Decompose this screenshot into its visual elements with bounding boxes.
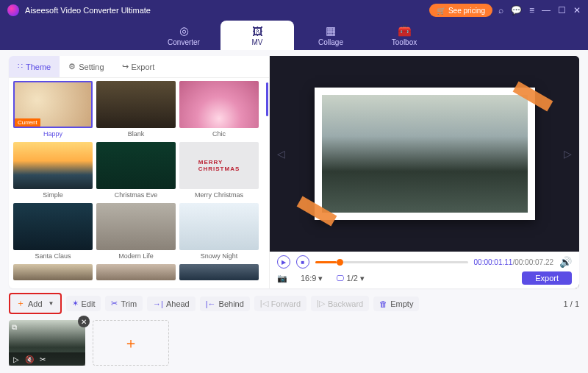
- add-button[interactable]: ＋ Add ▼: [9, 293, 62, 314]
- behind-button[interactable]: |← Behind: [200, 296, 250, 311]
- theme-label: Blank: [96, 128, 176, 140]
- minimize-icon[interactable]: ―: [542, 5, 551, 15]
- theme-item-snowy-night[interactable]: Snowy Night: [179, 203, 259, 262]
- prev-frame-icon[interactable]: ◁: [277, 148, 285, 160]
- converter-icon: ◎: [179, 24, 189, 38]
- theme-item-merry-christmas[interactable]: MERRYCHRISTMAS Merry Christmas: [179, 142, 259, 201]
- volume-icon[interactable]: 🔊: [559, 256, 572, 268]
- behind-icon: |←: [206, 299, 216, 308]
- theme-item-christmas-eve[interactable]: Christmas Eve: [96, 142, 176, 201]
- scale-selector[interactable]: 🖵 1/2 ▾: [336, 274, 364, 283]
- nav-label: Toolbox: [392, 38, 417, 46]
- nav-converter[interactable]: ◎ Converter: [147, 21, 220, 50]
- btn-label: Behind: [219, 299, 244, 308]
- collage-icon: ▦: [326, 24, 336, 38]
- scissors-icon: ✂: [111, 299, 118, 308]
- theme-label: Happy: [13, 128, 93, 140]
- tab-label: Export: [132, 63, 155, 71]
- trim-button[interactable]: ✂ Trim: [105, 296, 143, 311]
- forward-button[interactable]: |◁ Forward: [254, 296, 306, 311]
- app-logo: [7, 4, 19, 16]
- export-icon: ↪: [122, 62, 129, 71]
- chevron-down-icon: ▼: [49, 300, 54, 307]
- btn-label: Edit: [82, 299, 96, 308]
- export-button[interactable]: Export: [522, 271, 572, 285]
- theme-label: Santa Claus: [13, 250, 93, 262]
- tab-label: Theme: [26, 63, 51, 71]
- tab-theme[interactable]: ∷ Theme: [9, 56, 60, 77]
- edit-icon: ✶: [72, 299, 79, 308]
- mv-icon: 🖼: [252, 25, 263, 38]
- menu-icon[interactable]: ≡: [529, 5, 534, 15]
- backward-button[interactable]: |▷ Backward: [311, 296, 369, 311]
- btn-label: Backward: [328, 299, 363, 308]
- btn-label: Empty: [390, 299, 413, 308]
- toolbox-icon: 🧰: [398, 24, 412, 38]
- backward-icon: |▷: [317, 299, 325, 308]
- aspect-selector[interactable]: 16:9 ▾: [301, 274, 323, 283]
- btn-label: Forward: [271, 299, 301, 308]
- add-clip-placeholder[interactable]: ＋: [93, 320, 169, 366]
- nav-toolbox[interactable]: 🧰 Toolbox: [368, 21, 441, 50]
- nav-mv[interactable]: 🖼 MV: [220, 21, 294, 50]
- page-indicator: 1 / 1: [564, 299, 579, 308]
- theme-item-blank[interactable]: Blank: [96, 81, 176, 140]
- next-frame-icon[interactable]: ▷: [564, 148, 572, 160]
- ahead-button[interactable]: →| Ahead: [147, 296, 196, 311]
- gear-icon: ⚙: [68, 62, 76, 71]
- nav-label: Converter: [168, 38, 200, 46]
- btn-label: Trim: [121, 299, 137, 308]
- stack-icon: ⧉: [12, 323, 17, 332]
- theme-label: Merry Christmas: [179, 189, 259, 201]
- tab-setting[interactable]: ⚙ Setting: [60, 56, 112, 77]
- theme-label: Snowy Night: [179, 250, 259, 262]
- feedback-icon[interactable]: 💬: [511, 5, 522, 15]
- theme-item-chic[interactable]: Chic: [179, 81, 259, 140]
- tab-label: Setting: [79, 63, 104, 71]
- nav-collage[interactable]: ▦ Collage: [294, 21, 368, 50]
- theme-item-santa-claus[interactable]: Santa Claus: [13, 203, 93, 262]
- plus-icon: ＋: [16, 297, 25, 310]
- trash-icon: 🗑: [379, 299, 387, 308]
- close-icon[interactable]: ✕: [573, 5, 581, 15]
- maximize-icon[interactable]: ☐: [558, 5, 566, 15]
- theme-label: Simple: [13, 189, 93, 201]
- grid-icon: ∷: [18, 62, 23, 71]
- play-button[interactable]: ▶: [277, 255, 290, 269]
- theme-item-modern-life[interactable]: Modern Life: [96, 203, 176, 262]
- nav-label: Collage: [318, 38, 343, 46]
- edit-button[interactable]: ✶ Edit: [66, 296, 101, 311]
- theme-item-simple[interactable]: Simple: [13, 142, 93, 201]
- theme-label: Modern Life: [96, 250, 176, 262]
- see-pricing-button[interactable]: 🛒 See pricing: [429, 4, 492, 17]
- progress-slider[interactable]: [315, 261, 468, 263]
- snapshot-icon[interactable]: 📷: [277, 274, 287, 283]
- remove-clip-icon[interactable]: ✕: [78, 316, 90, 327]
- empty-button[interactable]: 🗑 Empty: [373, 296, 419, 311]
- tab-export[interactable]: ↪ Export: [113, 56, 164, 77]
- theme-grid: Current ✓ Happy Blank Chic Simple: [9, 78, 269, 288]
- ahead-icon: →|: [153, 299, 163, 308]
- pricing-label: See pricing: [448, 7, 485, 15]
- stop-button[interactable]: ■: [296, 255, 309, 269]
- key-icon[interactable]: ⌕: [498, 5, 503, 15]
- play-icon[interactable]: ▷: [13, 355, 19, 363]
- mute-icon[interactable]: 🔇: [25, 355, 34, 363]
- cart-icon: 🛒: [437, 7, 445, 15]
- nav-label: MV: [252, 38, 263, 46]
- forward-icon: |◁: [260, 299, 268, 308]
- btn-label: Ahead: [166, 299, 190, 308]
- current-badge: Current: [15, 118, 40, 127]
- btn-label: Add: [28, 299, 43, 308]
- cut-icon[interactable]: ✂: [40, 355, 46, 363]
- clip-item[interactable]: ⧉ ✕ ▷ 🔇 ✂: [9, 320, 85, 366]
- app-title: Aiseesoft Video Converter Ultimate: [25, 6, 429, 15]
- theme-label: Christmas Eve: [96, 189, 176, 201]
- theme-item-happy[interactable]: Current ✓ Happy: [13, 81, 93, 140]
- time-display: 00:00:01.11/00:00:07.22: [474, 258, 553, 266]
- preview-frame: [315, 88, 535, 220]
- theme-label: Chic: [179, 128, 259, 140]
